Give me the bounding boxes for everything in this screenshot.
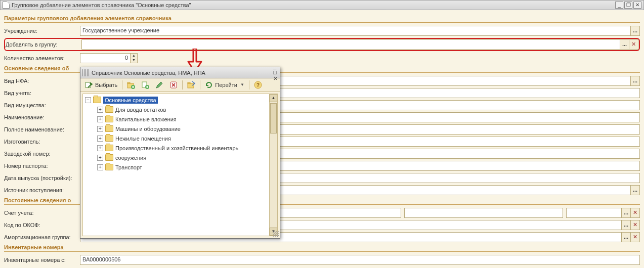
label-account: Счет учета:	[4, 210, 80, 216]
select-icon	[85, 81, 93, 89]
expand-icon[interactable]: +	[97, 145, 103, 151]
refresh-icon	[205, 81, 213, 89]
collapse-icon[interactable]: −	[85, 97, 91, 103]
okof-clear-button[interactable]: ✕	[631, 220, 640, 230]
tree-node-label: Нежилые помещения	[115, 136, 171, 142]
label-amort-group: Амортизационная группа:	[4, 234, 80, 240]
delete-icon	[169, 81, 178, 89]
group-row-highlight: Добавлять в группу: ... ✕	[4, 38, 640, 51]
label-nfa: Вид НФА:	[4, 78, 80, 84]
label-maker: Изготовитель:	[4, 139, 80, 145]
edit-button[interactable]	[153, 80, 166, 90]
okof-lookup-button[interactable]: ...	[622, 220, 631, 230]
label-count: Количество элементов:	[4, 55, 80, 61]
add-folder-icon	[127, 81, 135, 89]
tree-node-label: Для ввода остатков	[115, 107, 166, 113]
popup-maximize-button[interactable]: □	[273, 69, 278, 75]
account-b-input[interactable]	[404, 208, 563, 218]
tree-root-node[interactable]: − Основные средства	[83, 95, 269, 105]
expand-icon[interactable]: +	[97, 107, 103, 113]
account-c-clear-button[interactable]: ✕	[631, 208, 640, 218]
label-org: Учреждение:	[4, 28, 80, 34]
org-input[interactable]: Государственное учреждение	[80, 26, 631, 36]
tree-root-label: Основные средства	[103, 97, 158, 104]
select-button[interactable]: Выбрать	[82, 80, 120, 90]
tree-child-node[interactable]: +Машины и оборудование	[83, 124, 269, 133]
tree-child-node[interactable]: +сооружения	[83, 153, 269, 162]
move-to-folder-icon	[187, 81, 195, 89]
tree-container: − Основные средства +Для ввода остатков+…	[82, 94, 278, 236]
org-lookup-button[interactable]: ...	[631, 26, 640, 36]
window-minimize-button[interactable]: _	[615, 2, 623, 9]
count-input[interactable]: 0	[80, 53, 131, 63]
section-params-title: Параметры группового добавления элементо…	[4, 15, 640, 23]
tree-child-node[interactable]: +Для ввода остатков	[83, 105, 269, 114]
reference-tree[interactable]: − Основные средства +Для ввода остатков+…	[83, 94, 269, 236]
goto-button-label: Перейти	[215, 82, 237, 88]
window-restore-button[interactable]: ❐	[624, 2, 632, 9]
tree-child-node[interactable]: +Капитальные вложения	[83, 114, 269, 124]
delete-button[interactable]	[167, 80, 180, 90]
help-button[interactable]: ?	[251, 80, 265, 90]
popup-titlebar[interactable]: Справочник Основные средства, НМА, НПА _…	[80, 67, 280, 78]
help-icon: ?	[254, 81, 262, 89]
group-clear-button[interactable]: ✕	[629, 39, 638, 50]
add-button[interactable]	[124, 80, 138, 90]
label-source: Источник поступления:	[4, 187, 80, 193]
expand-icon[interactable]: +	[97, 136, 103, 142]
source-lookup-button[interactable]: ...	[631, 185, 640, 195]
spin-up[interactable]: ▲	[131, 54, 137, 58]
label-okof: Код по ОКОФ:	[4, 222, 80, 228]
expand-icon[interactable]: +	[97, 155, 103, 161]
scroll-thumb[interactable]	[270, 103, 277, 133]
tree-scrollbar[interactable]: ▲ ▼	[269, 94, 277, 236]
window-titlebar: Групповое добавление элементов справочни…	[0, 0, 644, 10]
add-copy-button[interactable]	[139, 80, 152, 90]
amort-group-lookup-button[interactable]: ...	[622, 232, 631, 242]
window-close-button[interactable]: ✕	[633, 2, 641, 9]
label-acct-type: Вид учета:	[4, 90, 80, 96]
tree-child-node[interactable]: +Производственный и хозяйственный инвент…	[83, 143, 269, 153]
reference-picker-dialog: Справочник Основные средства, НМА, НПА _…	[80, 67, 280, 239]
goto-button[interactable]: Перейти ▼	[202, 80, 247, 90]
popup-close-button[interactable]: ✕	[273, 75, 278, 82]
tree-node-label: Машины и оборудование	[115, 126, 181, 132]
resize-grip[interactable]	[273, 231, 279, 237]
count-spinner[interactable]: ▲ ▼	[131, 53, 138, 63]
group-input[interactable]	[81, 39, 620, 50]
account-c-input[interactable]	[566, 208, 622, 218]
folder-icon	[105, 106, 113, 113]
group-lookup-button[interactable]: ...	[620, 39, 629, 50]
tree-child-node[interactable]: +Нежилые помещения	[83, 133, 269, 143]
tree-node-label: Капитальные вложения	[115, 116, 177, 122]
add-item-icon	[141, 81, 149, 89]
nfa-lookup-button[interactable]: ...	[631, 76, 640, 86]
label-name: Наименование:	[4, 114, 80, 120]
expand-icon[interactable]: +	[97, 126, 103, 132]
popup-minimize-button[interactable]: _	[273, 63, 278, 69]
label-factory-no: Заводской номер:	[4, 151, 80, 157]
tree-child-node[interactable]: +Транспорт	[83, 162, 269, 172]
window-title: Групповое добавление элементов справочни…	[12, 2, 615, 8]
spin-down[interactable]: ▼	[131, 58, 137, 63]
folder-icon	[93, 97, 101, 103]
expand-icon[interactable]: +	[97, 164, 103, 170]
account-c-lookup-button[interactable]: ...	[622, 208, 631, 218]
move-button[interactable]	[185, 80, 198, 90]
label-release-date: Дата выпуска (постройки):	[4, 175, 80, 181]
inv-from-input[interactable]: ВА0000000506	[80, 255, 640, 265]
scroll-up-button[interactable]: ▲	[270, 94, 277, 102]
document-icon	[3, 2, 10, 9]
amort-group-clear-button[interactable]: ✕	[631, 232, 640, 242]
label-prop-type: Вид имущества:	[4, 102, 80, 108]
pencil-icon	[155, 81, 163, 89]
svg-text:?: ?	[256, 82, 260, 88]
folder-icon	[105, 145, 113, 151]
svg-rect-7	[188, 83, 194, 88]
expand-icon[interactable]: +	[97, 116, 103, 122]
popup-toolbar: Выбрать Перейти ▼ ?	[80, 78, 280, 92]
folder-icon	[105, 116, 113, 122]
label-full-name: Полное наименование:	[4, 126, 80, 132]
label-group: Добавлять в группу:	[6, 41, 81, 48]
tree-node-label: Производственный и хозяйственный инвента…	[115, 145, 238, 151]
